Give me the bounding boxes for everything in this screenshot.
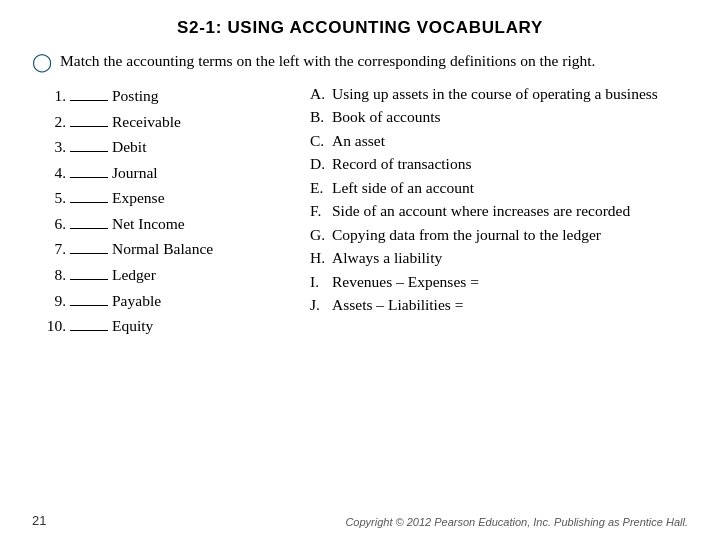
def-text: Revenues – Expenses = [332,271,688,293]
list-item: 10. Equity [40,313,292,339]
item-number: 4. [40,160,66,186]
intro-section: ◯ Match the accounting terms on the left… [32,50,688,73]
answer-blank [70,279,108,280]
term-label: Equity [112,313,153,339]
answer-blank [70,126,108,127]
item-number: 1. [40,83,66,109]
list-item: C. An asset [310,130,688,152]
term-label: Net Income [112,211,185,237]
def-letter: F. [310,200,332,222]
answer-blank [70,330,108,331]
answer-blank [70,228,108,229]
list-item: 5. Expense [40,185,292,211]
list-item: 8. Ledger [40,262,292,288]
def-letter: G. [310,224,332,246]
list-item: G. Copying data from the journal to the … [310,224,688,246]
item-number: 7. [40,236,66,262]
terms-list: 1. Posting 2. Receivable 3. Debit 4. Jou… [32,83,292,507]
item-number: 10. [40,313,66,339]
list-item: I. Revenues – Expenses = [310,271,688,293]
list-item: A. Using up assets in the course of oper… [310,83,688,105]
def-text: Side of an account where increases are r… [332,200,688,222]
answer-blank [70,202,108,203]
page-number: 21 [32,513,46,528]
def-letter: J. [310,294,332,316]
term-label: Expense [112,185,165,211]
def-text: Always a liability [332,247,688,269]
list-item: D. Record of transactions [310,153,688,175]
page: S2-1: USING ACCOUNTING VOCABULARY ◯ Matc… [0,0,720,540]
answer-blank [70,253,108,254]
list-item: 2. Receivable [40,109,292,135]
def-text: Copying data from the journal to the led… [332,224,688,246]
list-item: J. Assets – Liabilities = [310,294,688,316]
def-text: Left side of an account [332,177,688,199]
page-title: S2-1: USING ACCOUNTING VOCABULARY [32,18,688,38]
def-text: Assets – Liabilities = [332,294,688,316]
def-letter: H. [310,247,332,269]
list-item: H. Always a liability [310,247,688,269]
answer-blank [70,100,108,101]
item-number: 2. [40,109,66,135]
answer-blank [70,177,108,178]
definitions-list: A. Using up assets in the course of oper… [300,83,688,507]
term-label: Payable [112,288,161,314]
list-item: 1. Posting [40,83,292,109]
terms-ol: 1. Posting 2. Receivable 3. Debit 4. Jou… [40,83,292,339]
list-item: 3. Debit [40,134,292,160]
term-label: Posting [112,83,159,109]
bullet-icon: ◯ [32,51,52,73]
term-label: Journal [112,160,158,186]
list-item: E. Left side of an account [310,177,688,199]
content-area: 1. Posting 2. Receivable 3. Debit 4. Jou… [32,83,688,507]
item-number: 6. [40,211,66,237]
answer-blank [70,151,108,152]
def-letter: D. [310,153,332,175]
item-number: 5. [40,185,66,211]
term-label: Receivable [112,109,181,135]
def-letter: A. [310,83,332,105]
list-item: B. Book of accounts [310,106,688,128]
list-item: F. Side of an account where increases ar… [310,200,688,222]
footer: 21 Copyright © 2012 Pearson Education, I… [32,511,688,528]
list-item: 9. Payable [40,288,292,314]
answer-blank [70,305,108,306]
list-item: 6. Net Income [40,211,292,237]
def-text: Book of accounts [332,106,688,128]
item-number: 9. [40,288,66,314]
item-number: 3. [40,134,66,160]
term-label: Debit [112,134,146,160]
def-letter: B. [310,106,332,128]
list-item: 4. Journal [40,160,292,186]
def-text: Using up assets in the course of operati… [332,83,688,105]
def-text: An asset [332,130,688,152]
list-item: 7. Normal Balance [40,236,292,262]
term-label: Ledger [112,262,156,288]
intro-text: Match the accounting terms on the left w… [60,50,595,72]
def-letter: C. [310,130,332,152]
def-text: Record of transactions [332,153,688,175]
term-label: Normal Balance [112,236,213,262]
def-letter: E. [310,177,332,199]
copyright-text: Copyright © 2012 Pearson Education, Inc.… [345,516,688,528]
item-number: 8. [40,262,66,288]
def-letter: I. [310,271,332,293]
